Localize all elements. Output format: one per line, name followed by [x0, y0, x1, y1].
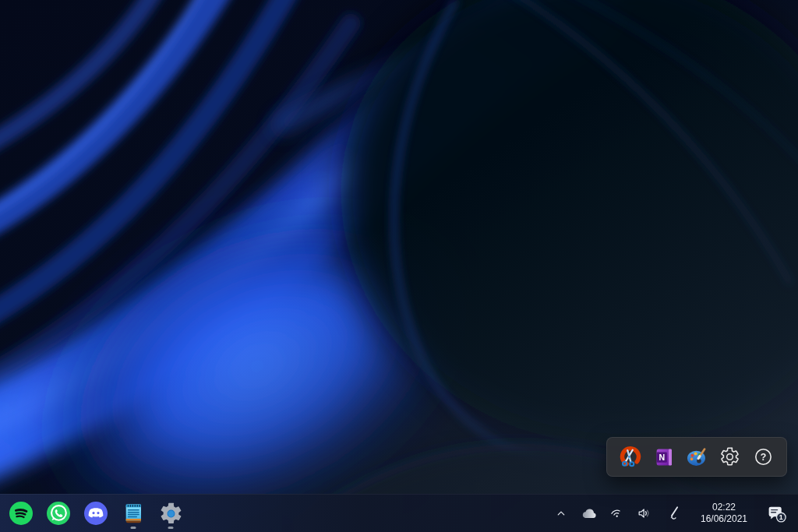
snipping-tool-icon	[619, 446, 642, 469]
tray-onedrive-button[interactable]	[575, 497, 603, 530]
settings-gear-icon	[158, 501, 184, 527]
system-tray: 02:22 16/06/2021 1	[547, 495, 798, 532]
snipping-tool-button[interactable]	[616, 442, 644, 472]
tray-volume-button[interactable]	[630, 497, 658, 530]
taskbar: 02:22 16/06/2021 1	[0, 494, 798, 532]
clock-time: 02:22	[712, 502, 736, 513]
clock-date: 16/06/2021	[701, 513, 747, 525]
taskbar-settings-button[interactable]	[152, 495, 189, 531]
settings-outline-gear-icon	[719, 446, 740, 467]
running-indicator	[131, 527, 136, 529]
pen-ink-icon	[665, 505, 682, 522]
taskbar-spotify-button[interactable]	[2, 495, 40, 531]
taskbar-discord-button[interactable]	[77, 495, 115, 531]
taskbar-clock[interactable]: 02:22 16/06/2021	[689, 497, 759, 530]
desktop[interactable]: N ?	[0, 0, 798, 532]
onenote-letter: N	[659, 452, 665, 461]
help-glyph: ?	[760, 452, 766, 463]
chevron-up-icon	[554, 506, 568, 520]
tray-overflow-panel: N ?	[606, 437, 787, 477]
notification-center-button[interactable]: 1	[759, 497, 793, 530]
discord-icon	[83, 500, 109, 527]
notepad-icon	[121, 501, 146, 526]
onenote-icon: N	[652, 446, 676, 469]
spotify-icon	[8, 500, 34, 527]
paint-button[interactable]	[683, 442, 711, 472]
onedrive-cloud-icon	[581, 506, 598, 520]
whatsapp-icon	[45, 500, 72, 527]
onenote-button[interactable]: N	[650, 442, 678, 472]
tray-network-button[interactable]	[603, 497, 630, 530]
tray-pen-button[interactable]	[658, 497, 689, 530]
volume-speaker-icon	[635, 506, 652, 521]
tray-chevron-button[interactable]	[547, 497, 575, 530]
notification-badge-count: 1	[779, 513, 782, 521]
running-indicator	[168, 527, 174, 529]
taskbar-app-icons	[0, 495, 189, 532]
paint-icon	[684, 445, 709, 470]
settings-flyout-button[interactable]	[716, 442, 744, 472]
help-question-icon: ?	[753, 446, 774, 467]
taskbar-whatsapp-button[interactable]	[40, 495, 77, 531]
notification-icon: 1	[766, 504, 787, 523]
help-button[interactable]: ?	[749, 442, 777, 472]
taskbar-notepad-button[interactable]	[115, 495, 152, 531]
wifi-icon	[609, 506, 624, 521]
